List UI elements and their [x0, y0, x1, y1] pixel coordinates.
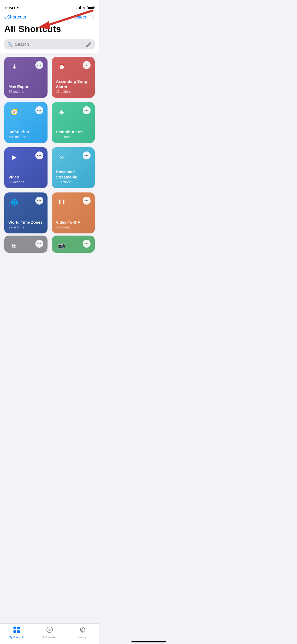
card-bottom-smooth-alarm: Smooth Alarm 12 actions	[56, 129, 91, 139]
shortcut-actions-video: 20 actions	[8, 180, 43, 184]
add-button[interactable]: +	[91, 14, 95, 21]
shortcut-actions-video-to-gif: 5 actions	[56, 225, 91, 229]
back-button[interactable]: ‹ Shortcuts	[4, 15, 26, 20]
shortcut-name-smooth-alarm: Smooth Alarm	[56, 129, 91, 135]
status-time: 09:41	[5, 6, 15, 10]
shortcut-actions-smooth-alarm: 12 actions	[56, 135, 91, 139]
search-container: 🔍 🎤	[0, 37, 99, 53]
more-button-ascending-song-alarm[interactable]: •••	[83, 61, 91, 69]
search-icon: 🔍	[7, 42, 13, 47]
card-bottom-world-time-zones: World Time Zones 29 actions	[8, 220, 43, 229]
nav-bar: ‹ Shortcuts Select +	[0, 12, 99, 23]
status-icons: ⊛	[77, 6, 94, 10]
shortcut-actions-safari-plus: 158 actions	[8, 135, 43, 139]
back-chevron-icon: ‹	[4, 15, 6, 20]
partial-more-0[interactable]: •••	[35, 240, 43, 248]
card-top: 🌐 •••	[8, 197, 43, 208]
shortcut-actions-mav-export: 35 actions	[8, 90, 43, 94]
wifi-icon: ⊛	[82, 6, 86, 10]
shortcuts-grid-partial: ⊞ ••• 📷 •••	[0, 236, 99, 279]
shortcut-card-video[interactable]: ▶ ••• Video 20 actions	[4, 147, 48, 188]
signal-bar-3	[79, 7, 80, 9]
signal-bar-1	[77, 8, 77, 9]
shortcut-icon-video: ▶	[8, 151, 20, 163]
card-bottom-video: Video 20 actions	[8, 174, 43, 184]
battery-icon	[87, 6, 94, 9]
status-bar: 09:41 ➤ ⊛	[0, 0, 99, 12]
shortcut-actions-ascending-song-alarm: 18 actions	[56, 90, 91, 94]
shortcut-actions-world-time-zones: 29 actions	[8, 225, 43, 229]
card-bottom-ascending-song-alarm: Ascending Song Alarm 18 actions	[56, 79, 91, 94]
card-top: ⏰ •••	[56, 61, 91, 73]
card-top: 🧭 •••	[8, 106, 43, 118]
shortcut-icon-mav-export: ⬇	[8, 61, 20, 73]
more-button-safari-plus[interactable]: •••	[35, 106, 43, 114]
card-top: ∞ •••	[56, 151, 91, 163]
more-button-world-time-zones[interactable]: •••	[35, 197, 43, 205]
more-button-video-to-gif[interactable]: •••	[83, 197, 91, 205]
more-button-video[interactable]: •••	[35, 151, 43, 159]
shortcut-name-mav-export: Mav Export	[8, 84, 43, 89]
partial-icon-0: ⊞	[8, 240, 20, 251]
more-button-mav-export[interactable]: •••	[35, 61, 43, 69]
more-button-smooth-alarm[interactable]: •••	[83, 106, 91, 114]
shortcut-name-world-time-zones: World Time Zones	[8, 220, 43, 225]
card-bottom-download-streamable: Download Streamable 16 actions	[56, 169, 91, 184]
shortcuts-grid: ⬇ ••• Mav Export 35 actions ⏰ ••• Ascend…	[0, 53, 99, 236]
card-top: 🎞 •••	[56, 197, 91, 208]
shortcut-card-world-time-zones[interactable]: 🌐 ••• World Time Zones 29 actions	[4, 192, 48, 233]
shortcut-name-video: Video	[8, 174, 43, 180]
signal-bar-2	[78, 8, 78, 9]
shortcut-card-video-to-gif[interactable]: 🎞 ••• Video To GIF 5 actions	[52, 192, 95, 233]
card-top: ▶ •••	[8, 151, 43, 163]
shortcut-card-safari-plus[interactable]: 🧭 ••• Safari Plus 158 actions	[4, 102, 48, 143]
shortcut-name-ascending-song-alarm: Ascending Song Alarm	[56, 79, 91, 89]
shortcut-icon-smooth-alarm: ◈	[56, 106, 68, 118]
select-button[interactable]: Select	[74, 15, 86, 20]
microphone-icon[interactable]: 🎤	[86, 42, 92, 47]
more-button-download-streamable[interactable]: •••	[83, 151, 91, 159]
nav-right-buttons: Select +	[74, 14, 95, 21]
card-top: ⬇ •••	[8, 61, 43, 73]
signal-bar-4	[80, 6, 81, 9]
page-header: All Shortcuts	[0, 23, 99, 37]
page-title: All Shortcuts	[4, 24, 95, 34]
location-icon: ➤	[16, 6, 19, 10]
search-input[interactable]	[15, 42, 84, 47]
shortcut-icon-video-to-gif: 🎞	[56, 197, 68, 208]
battery-fill	[88, 7, 93, 9]
partial-icon-1: 📷	[56, 240, 68, 251]
card-bottom-video-to-gif: Video To GIF 5 actions	[56, 220, 91, 229]
partial-more-1[interactable]: •••	[83, 240, 91, 248]
shortcut-icon-world-time-zones: 🌐	[8, 197, 20, 208]
shortcut-name-video-to-gif: Video To GIF	[56, 220, 91, 225]
shortcut-name-download-streamable: Download Streamable	[56, 169, 91, 180]
shortcut-icon-safari-plus: 🧭	[8, 106, 20, 118]
shortcut-card-ascending-song-alarm[interactable]: ⏰ ••• Ascending Song Alarm 18 actions	[52, 57, 95, 98]
card-top: ◈ •••	[56, 106, 91, 118]
shortcut-icon-ascending-song-alarm: ⏰	[56, 61, 68, 73]
partial-card-partial-1[interactable]: ⊞ •••	[4, 236, 48, 253]
search-bar[interactable]: 🔍 🎤	[4, 39, 95, 49]
shortcut-name-safari-plus: Safari Plus	[8, 129, 43, 135]
card-bottom-safari-plus: Safari Plus 158 actions	[8, 129, 43, 139]
back-label: Shortcuts	[7, 15, 26, 20]
shortcut-card-smooth-alarm[interactable]: ◈ ••• Smooth Alarm 12 actions	[52, 102, 95, 143]
shortcut-actions-download-streamable: 16 actions	[56, 180, 91, 184]
shortcut-card-download-streamable[interactable]: ∞ ••• Download Streamable 16 actions	[52, 147, 95, 188]
partial-card-partial-2[interactable]: 📷 •••	[52, 236, 95, 253]
shortcut-icon-download-streamable: ∞	[56, 151, 68, 163]
signal-bars	[77, 6, 81, 9]
shortcut-card-mav-export[interactable]: ⬇ ••• Mav Export 35 actions	[4, 57, 48, 98]
card-bottom-mav-export: Mav Export 35 actions	[8, 84, 43, 94]
